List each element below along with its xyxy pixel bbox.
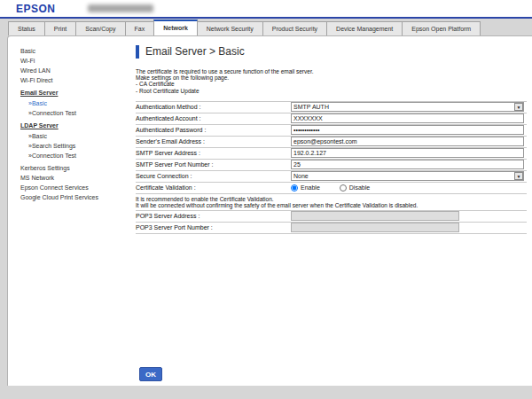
tab-scan-copy[interactable]: Scan/Copy bbox=[75, 21, 125, 35]
form-row-senders-email-address: Sender's Email Address : bbox=[136, 136, 527, 147]
certificate-validation-enable-radio[interactable] bbox=[291, 184, 298, 192]
authenticated-password-input[interactable] bbox=[291, 125, 524, 135]
sidebar-item-ms-network[interactable]: MS Network bbox=[20, 173, 131, 183]
authenticated-account-input[interactable] bbox=[291, 113, 524, 123]
app-header: EPSON bbox=[0, 0, 532, 19]
form-row-authenticated-password: Authenticated Password : bbox=[136, 124, 527, 136]
form-row-authentication-method: Authentication Method : SMTP AUTH ▼ bbox=[136, 101, 527, 113]
printer-model-redacted bbox=[88, 4, 153, 12]
sidebar-item-google-cloud-print-services[interactable]: Google Cloud Print Services bbox=[20, 192, 131, 202]
certificate-validation-enable-label: Enable bbox=[301, 184, 320, 191]
main-content: Email Server > Basic The certificate is … bbox=[131, 36, 532, 386]
tab-print[interactable]: Print bbox=[44, 21, 76, 35]
epson-logo: EPSON bbox=[16, 3, 56, 15]
certificate-validation-note: It is recommended to enable the Certific… bbox=[136, 193, 527, 210]
sidebar-item-wifi[interactable]: Wi-Fi bbox=[20, 56, 131, 66]
authentication-method-select[interactable]: SMTP AUTH ▼ bbox=[291, 102, 524, 112]
form-row-secure-connection: Secure Connection : None ▼ bbox=[136, 170, 527, 182]
sidebar-nav: Basic Wi-Fi Wired LAN Wi-Fi Direct Email… bbox=[8, 36, 131, 386]
smtp-server-port-number-label: SMTP Server Port Number : bbox=[136, 161, 291, 168]
smtp-server-port-number-input[interactable] bbox=[291, 160, 524, 169]
intro-text: The certificate is required to use a sec… bbox=[136, 68, 527, 94]
tab-status[interactable]: Status bbox=[8, 21, 45, 35]
sidebar-item-ldap-search-settings[interactable]: »Search Settings bbox=[20, 141, 131, 151]
sidebar-item-wired-lan[interactable]: Wired LAN bbox=[20, 66, 131, 75]
page-title-row: Email Server > Basic bbox=[136, 44, 527, 59]
sidebar-item-email-server-basic[interactable]: »Basic bbox=[20, 98, 131, 108]
authenticated-account-label: Authenticated Account : bbox=[136, 115, 291, 121]
secure-connection-label: Secure Connection : bbox=[136, 173, 291, 179]
sidebar-section-ldap-server[interactable]: LDAP Server bbox=[20, 118, 131, 131]
title-accent-bar bbox=[136, 45, 139, 59]
senders-email-address-label: Sender's Email Address : bbox=[136, 138, 291, 145]
form-row-pop3-server-address: POP3 Server Address : bbox=[136, 210, 527, 222]
sidebar-item-ldap-connection-test[interactable]: »Connection Test bbox=[20, 151, 131, 160]
tab-epson-open-platform[interactable]: Epson Open Platform bbox=[402, 21, 481, 35]
tab-product-security[interactable]: Product Security bbox=[262, 21, 327, 35]
form-row-authenticated-account: Authenticated Account : bbox=[136, 113, 527, 124]
page-title: Email Server > Basic bbox=[145, 45, 245, 58]
sidebar-item-kerberos-settings[interactable]: Kerberos Settings bbox=[20, 163, 131, 173]
secure-connection-select[interactable]: None ▼ bbox=[291, 171, 524, 181]
sidebar-item-ldap-basic[interactable]: »Basic bbox=[20, 131, 131, 141]
senders-email-address-input[interactable] bbox=[291, 137, 524, 146]
form-row-smtp-server-port-number: SMTP Server Port Number : bbox=[136, 159, 527, 170]
pop3-server-address-input bbox=[291, 211, 459, 221]
intro-line: The certificate is required to use a sec… bbox=[136, 68, 527, 74]
sidebar-item-wifi-direct[interactable]: Wi-Fi Direct bbox=[20, 75, 131, 85]
tab-network-security[interactable]: Network Security bbox=[197, 21, 263, 35]
smtp-server-address-input[interactable] bbox=[291, 148, 524, 158]
sidebar-item-basic[interactable]: Basic bbox=[20, 46, 131, 56]
authentication-method-label: Authentication Method : bbox=[136, 104, 291, 110]
tab-fax[interactable]: Fax bbox=[125, 21, 155, 35]
authenticated-password-label: Authenticated Password : bbox=[136, 127, 291, 133]
top-tab-bar: Status Print Scan/Copy Fax Network Netwo… bbox=[0, 19, 532, 35]
intro-line: - CA Certificate bbox=[136, 81, 527, 87]
intro-line: Make settings on the following page. bbox=[136, 74, 527, 81]
pop3-server-port-number-label: POP3 Server Port Number : bbox=[136, 224, 291, 231]
content-panel: Basic Wi-Fi Wired LAN Wi-Fi Direct Email… bbox=[7, 35, 532, 386]
note-line: It is recommended to enable the Certific… bbox=[136, 196, 527, 202]
certificate-validation-disable-radio[interactable] bbox=[340, 184, 347, 192]
email-server-form: Authentication Method : SMTP AUTH ▼ Auth… bbox=[136, 101, 527, 234]
chevron-down-icon[interactable]: ▼ bbox=[514, 103, 523, 111]
certificate-validation-disable-label: Disable bbox=[349, 184, 370, 191]
form-row-smtp-server-address: SMTP Server Address : bbox=[136, 147, 527, 159]
intro-line: - Root Certificate Update bbox=[136, 88, 527, 94]
secure-connection-value: None bbox=[293, 173, 309, 179]
ok-button[interactable]: OK bbox=[139, 367, 162, 381]
form-row-certificate-validation: Certificate Validation : Enable Disable bbox=[136, 182, 527, 193]
authentication-method-value: SMTP AUTH bbox=[293, 104, 329, 110]
tab-network[interactable]: Network bbox=[153, 20, 198, 35]
sidebar-section-email-server[interactable]: Email Server bbox=[20, 85, 131, 98]
note-line: It will be connected without confirming … bbox=[136, 202, 527, 208]
sidebar-item-epson-connect-services[interactable]: Epson Connect Services bbox=[20, 183, 131, 192]
sidebar-item-email-server-connection-test[interactable]: »Connection Test bbox=[20, 108, 131, 118]
tab-device-management[interactable]: Device Management bbox=[326, 21, 403, 35]
form-actions: OK bbox=[136, 364, 527, 382]
certificate-validation-label: Certificate Validation : bbox=[136, 184, 291, 191]
pop3-server-address-label: POP3 Server Address : bbox=[136, 213, 291, 219]
form-row-pop3-server-port-number: POP3 Server Port Number : bbox=[136, 222, 527, 233]
chevron-down-icon[interactable]: ▼ bbox=[514, 172, 523, 180]
smtp-server-address-label: SMTP Server Address : bbox=[136, 150, 291, 156]
pop3-server-port-number-input bbox=[291, 223, 459, 232]
